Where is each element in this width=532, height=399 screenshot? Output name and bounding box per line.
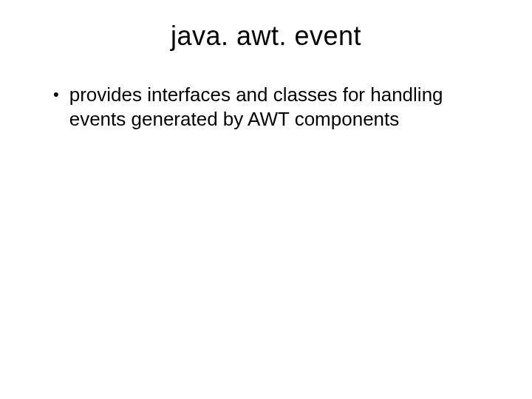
slide-title: java. awt. event bbox=[44, 21, 488, 52]
list-item: • provides interfaces and classes for ha… bbox=[53, 83, 488, 131]
bullet-icon: • bbox=[53, 84, 59, 105]
slide-content: • provides interfaces and classes for ha… bbox=[44, 83, 488, 131]
bullet-text: provides interfaces and classes for hand… bbox=[69, 83, 488, 131]
slide-container: java. awt. event • provides interfaces a… bbox=[0, 0, 532, 399]
